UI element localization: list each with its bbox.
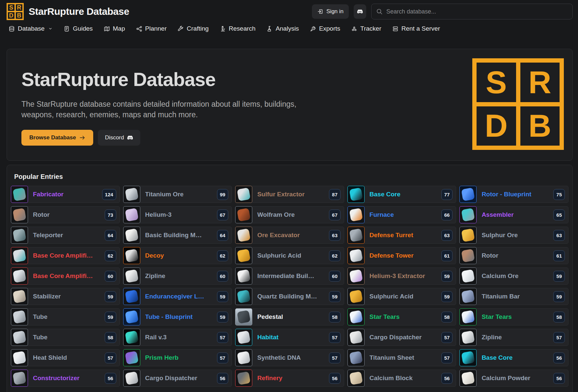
- entry-row[interactable]: Prism Herb57: [123, 349, 232, 366]
- entry-item-icon: [347, 329, 365, 346]
- sign-in-button[interactable]: Sign in: [312, 4, 349, 19]
- entry-item-icon: [11, 247, 28, 264]
- entry-row[interactable]: Basic Building M…64: [123, 227, 232, 244]
- nav-item-tracker[interactable]: Tracker: [351, 25, 381, 32]
- entry-row[interactable]: Titanium Sheet57: [347, 349, 456, 366]
- entry-row[interactable]: Sulphuric Acid62: [235, 247, 344, 264]
- entry-row[interactable]: Decoy62: [123, 247, 232, 264]
- entry-row[interactable]: Calcium Block56: [347, 370, 456, 387]
- entry-row[interactable]: Helium-3 Extractor59: [347, 267, 456, 285]
- nav-item-research[interactable]: Research: [220, 25, 256, 32]
- entry-row[interactable]: Teleporter64: [11, 227, 120, 244]
- entry-row[interactable]: Assembler65: [459, 206, 568, 223]
- entry-row[interactable]: Wolfram Ore67: [235, 206, 344, 223]
- entry-count-badge: 56: [553, 373, 565, 384]
- entry-item-icon: [11, 206, 28, 223]
- entry-name: Star Tears: [482, 313, 553, 321]
- entry-row[interactable]: Star Tears58: [459, 308, 568, 325]
- entry-row[interactable]: Cargo Dispatcher56: [123, 370, 232, 387]
- entry-row[interactable]: Tube58: [11, 329, 120, 346]
- entry-item-thumbnail: [461, 249, 475, 263]
- nav-item-rent-a-server[interactable]: Rent a Server: [392, 25, 440, 32]
- entry-row[interactable]: Zipline60: [123, 267, 232, 285]
- entry-row[interactable]: Constructorizer56: [11, 370, 120, 387]
- entry-name: Cargo Dispatcher: [370, 334, 441, 341]
- entry-item-icon: [347, 370, 365, 387]
- entry-row[interactable]: Habitat57: [235, 329, 344, 346]
- browse-database-button[interactable]: Browse Database: [21, 130, 93, 146]
- entry-name: Heat Shield: [33, 354, 105, 361]
- entry-row[interactable]: Endurancegiver L…59: [123, 288, 232, 305]
- entry-row[interactable]: Heat Shield57: [11, 349, 120, 366]
- entry-item-thumbnail: [237, 290, 251, 303]
- entry-count-badge: 77: [441, 189, 453, 200]
- search-input[interactable]: [386, 8, 568, 15]
- entry-row[interactable]: Rotor73: [11, 206, 120, 223]
- entry-row[interactable]: Sulphuric Acid59: [347, 288, 456, 305]
- entry-row[interactable]: Base Core Amplifi…62: [11, 247, 120, 264]
- entry-row[interactable]: Ore Excavator63: [235, 227, 344, 244]
- entry-row[interactable]: Fabricator124: [11, 186, 120, 203]
- entry-item-icon: [123, 247, 140, 264]
- entry-row[interactable]: Helium-367: [123, 206, 232, 223]
- hero-section: StarRupture Database The StarRupture dat…: [7, 49, 573, 161]
- nav-item-map[interactable]: Map: [104, 25, 125, 32]
- entry-row[interactable]: Tube59: [11, 308, 120, 325]
- entry-row[interactable]: Defense Tower61: [347, 247, 456, 264]
- entry-count-badge: 66: [441, 210, 453, 220]
- entry-row[interactable]: Zipline57: [459, 329, 568, 346]
- entry-row[interactable]: Rotor61: [459, 247, 568, 264]
- entry-item-thumbnail: [13, 310, 26, 324]
- entry-row[interactable]: Cargo Dispatcher57: [347, 329, 456, 346]
- site-logo-home-link[interactable]: SRDB StarRupture Database: [7, 3, 129, 20]
- entry-row[interactable]: Base Core Amplifi…60: [11, 267, 120, 285]
- logo-letter: B: [16, 12, 22, 19]
- entry-row[interactable]: Rotor - Blueprint75: [459, 186, 568, 203]
- nav-item-database[interactable]: Database: [9, 25, 53, 32]
- nav-item-guides[interactable]: Guides: [64, 25, 93, 32]
- entry-row[interactable]: Quartz Building M…59: [235, 288, 344, 305]
- entry-item-thumbnail: [13, 249, 26, 263]
- entry-row[interactable]: Defense Turret63: [347, 227, 456, 244]
- entry-name: Titanium Sheet: [370, 354, 441, 361]
- logo-letter: D: [8, 12, 14, 19]
- nav-item-analysis[interactable]: Analysis: [266, 25, 299, 32]
- entry-name: Zipline: [145, 272, 217, 280]
- entry-row[interactable]: Rail v.357: [123, 329, 232, 346]
- nav-item-label: Planner: [145, 25, 167, 32]
- entry-name: Base Core: [482, 354, 553, 361]
- entry-row[interactable]: Star Tears58: [347, 308, 456, 325]
- entry-item-icon: [347, 247, 365, 264]
- entry-row[interactable]: Synthetic DNA57: [235, 349, 344, 366]
- entry-row[interactable]: Tube - Blueprint59: [123, 308, 232, 325]
- entry-name: Intermediate Buil…: [257, 272, 329, 280]
- entry-row[interactable]: Sulphur Ore63: [459, 227, 568, 244]
- entry-row[interactable]: Sulfur Extractor87: [235, 186, 344, 203]
- nav-item-crafting[interactable]: Crafting: [178, 25, 209, 32]
- entry-count-badge: 124: [102, 189, 116, 200]
- entry-row[interactable]: Calcium Ore59: [459, 267, 568, 285]
- entry-row[interactable]: Refinery56: [235, 370, 344, 387]
- entry-name: Assembler: [482, 211, 553, 218]
- entry-row[interactable]: Titanium Ore99: [123, 186, 232, 203]
- entry-item-icon: [347, 349, 365, 366]
- entry-item-icon: [123, 329, 140, 346]
- browse-database-label: Browse Database: [29, 134, 76, 141]
- nav-item-planner[interactable]: Planner: [136, 25, 167, 32]
- entry-row[interactable]: Base Core56: [459, 349, 568, 366]
- entry-row[interactable]: Intermediate Buil…60: [235, 267, 344, 285]
- entry-row[interactable]: Pedestal58: [235, 308, 344, 325]
- hero-discord-button[interactable]: Discord: [98, 130, 141, 146]
- entry-name: Rotor: [482, 252, 553, 259]
- entry-name: Sulphur Ore: [482, 232, 553, 239]
- entry-row[interactable]: Titanium Bar59: [459, 288, 568, 305]
- entry-row[interactable]: Calcium Powder56: [459, 370, 568, 387]
- entry-row[interactable]: Base Core77: [347, 186, 456, 203]
- entry-row[interactable]: Furnace66: [347, 206, 456, 223]
- nav-item-exports[interactable]: Exports: [310, 25, 340, 32]
- entry-count-badge: 75: [553, 189, 565, 200]
- entry-name: Fabricator: [33, 191, 102, 198]
- entry-row[interactable]: Stabilizer59: [11, 288, 120, 305]
- entry-item-thumbnail: [349, 269, 363, 283]
- discord-button[interactable]: [354, 4, 366, 19]
